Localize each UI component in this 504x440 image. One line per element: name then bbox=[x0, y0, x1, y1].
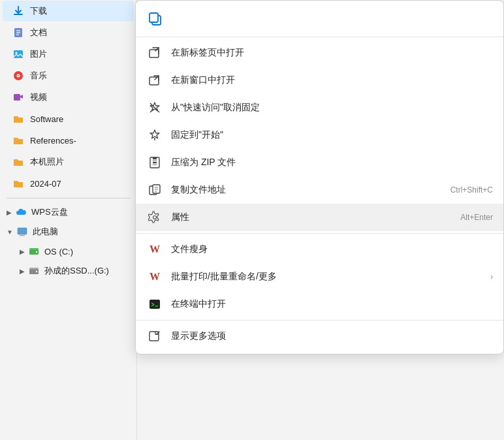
ctx-label-unpin: 从"快速访问"取消固定 bbox=[171, 102, 493, 114]
sidebar-label-download: 下载 bbox=[30, 5, 47, 17]
drive-icon bbox=[27, 245, 40, 258]
sidebar-label-video: 视频 bbox=[30, 91, 47, 103]
svg-rect-14 bbox=[29, 248, 39, 250]
pc-icon bbox=[16, 225, 29, 238]
svg-rect-10 bbox=[18, 228, 27, 234]
svg-rect-30 bbox=[153, 164, 157, 165]
svg-point-5 bbox=[16, 52, 18, 54]
separator-2 bbox=[136, 233, 503, 234]
context-menu: 在新标签页中打开 在新窗口中打开 从"快速访问"取消固定 bbox=[135, 0, 504, 354]
sidebar-label-software: Software bbox=[30, 114, 63, 124]
terminal-icon bbox=[146, 296, 163, 313]
pin-start-icon bbox=[146, 127, 163, 144]
ctx-shortcut-copy-path: Ctrl+Shift+C bbox=[450, 185, 493, 195]
context-menu-top bbox=[136, 5, 503, 35]
sidebar-item-music[interactable]: 音乐 bbox=[3, 65, 134, 86]
sidebar-item-docs[interactable]: 文档 bbox=[3, 22, 134, 43]
ctx-wps-batch[interactable]: W 批量打印/批量重命名/更多 › bbox=[136, 263, 503, 291]
svg-rect-29 bbox=[153, 162, 157, 163]
docs-icon bbox=[12, 26, 25, 39]
cloud-icon bbox=[14, 206, 27, 219]
sidebar-label-local-photos: 本机照片 bbox=[30, 156, 64, 168]
ctx-copy-path[interactable]: 复制文件地址 Ctrl+Shift+C bbox=[136, 176, 503, 204]
svg-point-36 bbox=[153, 216, 157, 219]
sidebar-tree-label-os-c: OS (C:) bbox=[44, 247, 73, 257]
sidebar-label-references: References- bbox=[30, 136, 76, 146]
references-folder-icon bbox=[12, 134, 25, 147]
ctx-pin-start[interactable]: 固定到"开始" bbox=[136, 121, 503, 149]
ctx-compress-zip[interactable]: 压缩为 ZIP 文件 bbox=[136, 149, 503, 176]
sidebar-item-photos[interactable]: 图片 bbox=[3, 44, 134, 65]
ctx-label-wps-batch: 批量打印/批量重命名/更多 bbox=[171, 271, 485, 283]
svg-rect-12 bbox=[18, 234, 26, 235]
chevron-right-icon-osc: ▶ bbox=[20, 248, 25, 255]
ctx-open-new-window[interactable]: 在新窗口中打开 bbox=[136, 67, 503, 94]
sidebar-item-references[interactable]: References- bbox=[3, 130, 134, 151]
local-photos-folder-icon bbox=[12, 155, 25, 168]
sidebar-tree-wps-cloud[interactable]: ▶ WPS云盘 bbox=[0, 202, 136, 222]
ctx-label-compress-zip: 压缩为 ZIP 文件 bbox=[171, 157, 493, 168]
submenu-arrow-icon: › bbox=[490, 272, 493, 281]
sidebar-item-software[interactable]: Software bbox=[3, 108, 134, 129]
svg-rect-39 bbox=[150, 332, 159, 341]
open-tab-icon bbox=[146, 44, 163, 61]
separator-1 bbox=[136, 37, 503, 37]
ctx-unpin-quick-access[interactable]: 从"快速访问"取消固定 bbox=[136, 94, 503, 121]
sidebar-item-download[interactable]: 下载 bbox=[3, 1, 134, 22]
ctx-open-terminal[interactable]: 在终端中打开 bbox=[136, 291, 503, 318]
download-icon bbox=[12, 5, 25, 18]
sidebar: 下载 文档 图片 bbox=[0, 0, 137, 440]
sidebar-tree-os-c[interactable]: ▶ OS (C:) bbox=[0, 242, 136, 261]
unpin-icon bbox=[146, 99, 163, 116]
ctx-label-wps-slim: 文件瘦身 bbox=[171, 244, 493, 255]
svg-point-8 bbox=[18, 75, 19, 76]
ctx-wps-slim[interactable]: W 文件瘦身 bbox=[136, 236, 503, 263]
chevron-right-icon-ext: ▶ bbox=[20, 268, 25, 275]
sidebar-tree-ext-drive[interactable]: ▶ 孙成的SSD...(G:) bbox=[0, 261, 136, 281]
ctx-properties[interactable]: 属性 Alt+Enter bbox=[136, 204, 503, 231]
photos-icon bbox=[12, 48, 25, 61]
sidebar-label-2024: 2024-07 bbox=[30, 179, 61, 189]
svg-point-15 bbox=[36, 251, 37, 253]
music-icon bbox=[12, 69, 25, 82]
sidebar-tree-label-ext-drive: 孙成的SSD...(G:) bbox=[44, 265, 109, 277]
sidebar-item-video[interactable]: 视频 bbox=[3, 87, 134, 108]
separator-3 bbox=[136, 320, 503, 321]
ctx-label-open-new-tab: 在新标签页中打开 bbox=[171, 47, 493, 59]
ctx-label-terminal: 在终端中打开 bbox=[171, 298, 493, 310]
ctx-more-options[interactable]: 显示更多选项 bbox=[136, 322, 503, 350]
sidebar-tree-label-wps-cloud: WPS云盘 bbox=[31, 206, 68, 218]
properties-icon bbox=[146, 209, 163, 226]
svg-rect-27 bbox=[153, 157, 157, 159]
wps-batch-icon: W bbox=[146, 268, 163, 285]
svg-rect-37 bbox=[150, 300, 160, 309]
ctx-label-properties: 属性 bbox=[171, 212, 460, 223]
sidebar-tree-this-pc[interactable]: ▼ 此电脑 bbox=[0, 222, 136, 242]
zip-icon bbox=[146, 154, 163, 171]
ctx-open-new-tab[interactable]: 在新标签页中打开 bbox=[136, 39, 503, 67]
sidebar-label-music: 音乐 bbox=[30, 70, 47, 82]
sidebar-label-docs: 文档 bbox=[30, 27, 47, 39]
chevron-right-icon: ▶ bbox=[7, 209, 12, 216]
ctx-label-open-new-window: 在新窗口中打开 bbox=[171, 74, 493, 86]
sidebar-divider bbox=[7, 198, 130, 198]
more-options-icon bbox=[146, 328, 163, 345]
sidebar-item-local-photos[interactable]: 本机照片 bbox=[3, 151, 134, 172]
svg-rect-9 bbox=[14, 94, 20, 101]
svg-rect-28 bbox=[153, 160, 157, 161]
video-icon bbox=[12, 91, 25, 104]
svg-rect-17 bbox=[29, 268, 39, 270]
ctx-label-more-options: 显示更多选项 bbox=[171, 330, 493, 342]
ctx-label-copy-path: 复制文件地址 bbox=[171, 184, 450, 196]
sidebar-item-2024[interactable]: 2024-07 bbox=[3, 173, 134, 194]
ext-drive-icon bbox=[27, 264, 40, 277]
svg-point-18 bbox=[36, 271, 37, 272]
copy-path-icon bbox=[146, 181, 163, 198]
svg-rect-20 bbox=[150, 13, 158, 22]
wps-slim-icon: W bbox=[146, 241, 163, 258]
open-window-icon bbox=[146, 72, 163, 89]
ctx-label-pin-start: 固定到"开始" bbox=[171, 129, 493, 141]
copy-duplicate-icon bbox=[146, 10, 165, 28]
sidebar-label-photos: 图片 bbox=[30, 48, 47, 60]
sidebar-tree-label-this-pc: 此电脑 bbox=[33, 226, 58, 238]
